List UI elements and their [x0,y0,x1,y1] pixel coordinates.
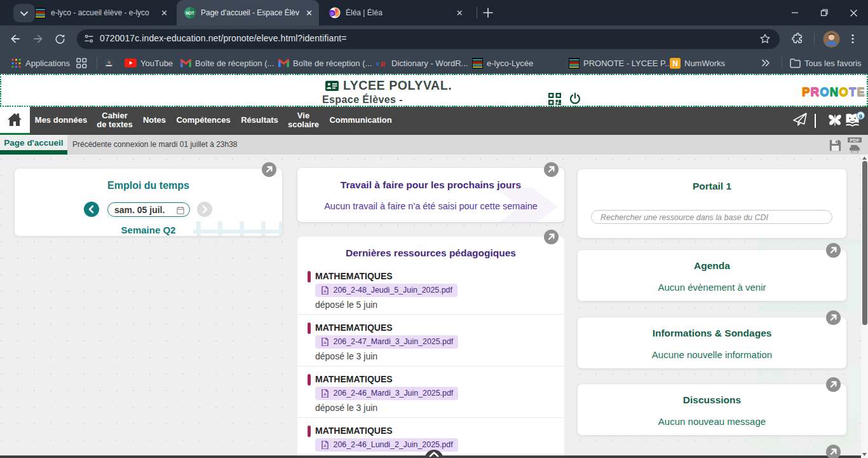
svg-text:NOT: NOT [186,11,194,15]
svg-text:A: A [323,392,327,396]
svg-text:N: N [672,59,678,68]
svg-text:A: A [323,341,327,345]
svg-text:R: R [379,59,386,68]
svg-text:A: A [323,444,327,448]
svg-text:A: A [323,289,327,293]
svg-text:PDF: PDF [850,137,860,143]
